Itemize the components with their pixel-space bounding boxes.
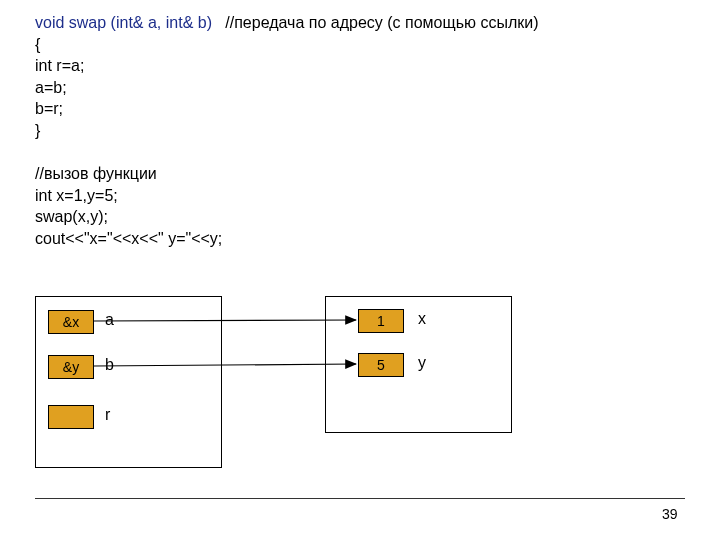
cell-a: &x (48, 310, 94, 334)
cell-y: 5 (358, 353, 404, 377)
code-line: } (35, 120, 539, 142)
code-line: swap(x,y); (35, 206, 539, 228)
code-blank (35, 142, 539, 164)
label-r: r (105, 406, 110, 424)
code-line: cout<<"x="<<x<<" y="<<y; (35, 228, 539, 250)
cell-r (48, 405, 94, 429)
label-a: a (105, 311, 114, 329)
code-line: { (35, 34, 539, 56)
code-signature: void swap (int& a, int& b) (35, 14, 225, 31)
code-comment-2: //вызов функции (35, 163, 539, 185)
code-line: b=r; (35, 98, 539, 120)
code-line: int r=a; (35, 55, 539, 77)
stack-frame-right (325, 296, 512, 433)
footer-rule (35, 498, 685, 499)
stack-frame-left (35, 296, 222, 468)
svg-line-0 (94, 320, 356, 321)
page-number: 39 (662, 506, 678, 522)
cell-x: 1 (358, 309, 404, 333)
code-block: void swap (int& a, int& b) //передача по… (35, 12, 539, 250)
code-line: a=b; (35, 77, 539, 99)
label-b: b (105, 356, 114, 374)
label-x: x (418, 310, 426, 328)
code-comment-1: //передача по адресу (с помощью ссылки) (225, 14, 538, 31)
svg-line-1 (94, 364, 356, 366)
label-y: y (418, 354, 426, 372)
code-line: int x=1,y=5; (35, 185, 539, 207)
cell-b: &y (48, 355, 94, 379)
